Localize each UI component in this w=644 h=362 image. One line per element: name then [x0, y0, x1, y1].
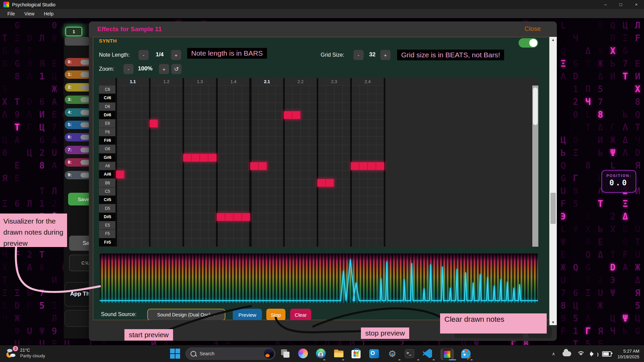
track-pill-5[interactable]: 5: [65, 121, 92, 129]
piano-key-F6[interactable]: F6 [99, 128, 116, 136]
track-knob[interactable] [80, 110, 90, 115]
battery-icon[interactable] [602, 351, 611, 357]
dialog-scrollbar[interactable]: ▲ ▼ [549, 37, 557, 325]
paint-icon[interactable] [461, 349, 472, 359]
piano-key-B6[interactable]: B6 [99, 179, 116, 187]
tray-chevron-icon[interactable]: ∧ [552, 351, 555, 356]
wifi-icon[interactable] [577, 351, 585, 357]
menu-help[interactable]: Help [42, 10, 56, 17]
task-view-icon[interactable] [280, 349, 291, 359]
note-length-minus-button[interactable]: - [139, 50, 149, 60]
grid-size-plus-button[interactable]: + [380, 50, 390, 60]
onedrive-icon[interactable] [562, 351, 571, 356]
track-knob[interactable] [80, 72, 90, 77]
maximize-button[interactable]: □ [613, 0, 629, 9]
track-knob[interactable] [80, 160, 90, 165]
settings-gear-icon[interactable]: ⚙ [387, 349, 397, 359]
edge-icon[interactable] [316, 349, 326, 359]
track-knob[interactable] [80, 85, 90, 90]
track-pill-7[interactable]: 7: [65, 146, 92, 154]
track-pill-6[interactable]: 6: [65, 133, 92, 141]
piano-key-F#5[interactable]: F#5 [99, 238, 116, 247]
save-button[interactable]: Save [68, 193, 91, 205]
zoom-reset-icon[interactable]: ↺ [171, 64, 181, 74]
menu-file[interactable]: File [5, 10, 17, 17]
track-knob[interactable] [80, 173, 90, 178]
zoom-plus-button[interactable]: + [159, 64, 169, 74]
track-knob[interactable] [80, 135, 90, 140]
synth-enable-toggle[interactable] [519, 38, 538, 48]
note-block-D#6[interactable] [284, 111, 301, 119]
piano-key-D5[interactable]: D5 [99, 204, 116, 213]
piano-key-E6[interactable]: E6 [99, 119, 116, 128]
track-knob[interactable] [80, 122, 90, 127]
piano-key-G6[interactable]: G6 [99, 145, 116, 153]
clock[interactable]: 5:27 AM 10/19/2025 [618, 348, 639, 360]
piano-key-A#6[interactable]: A#6 [99, 170, 116, 179]
note-length-plus-button[interactable]: + [171, 50, 181, 60]
scrollbar-thumb[interactable] [550, 193, 556, 224]
piano-key-C#6[interactable]: C#6 [99, 94, 116, 102]
scroll-down-icon[interactable]: ▼ [549, 320, 557, 324]
weather-widget[interactable]: 3 21°C Partly cloudy [5, 347, 45, 359]
track-knob[interactable] [80, 60, 90, 65]
piano-key-D#5[interactable]: D#5 [99, 213, 116, 221]
note-block-A6[interactable] [351, 162, 384, 170]
copilot-icon[interactable] [298, 349, 309, 359]
psychological-studio-taskbar-icon[interactable] [440, 349, 454, 359]
stop-button[interactable]: Stop [266, 309, 285, 321]
vscode-icon[interactable] [423, 349, 433, 359]
settings-button[interactable]: Se [69, 236, 91, 251]
note-block-B6[interactable] [317, 179, 334, 187]
piano-key-C6[interactable]: C6 [99, 85, 116, 94]
minimize-button[interactable]: – [598, 0, 613, 9]
piano-key-E5[interactable]: E5 [99, 221, 116, 230]
scroll-up-icon[interactable]: ▲ [549, 38, 557, 42]
piano-key-C#5[interactable]: C#5 [99, 196, 116, 204]
piano-key-D6[interactable]: D6 [99, 103, 116, 111]
piano-key-C5[interactable]: C5 [99, 187, 116, 196]
track-pill-4[interactable]: 4: [65, 108, 92, 117]
volume-icon[interactable] [590, 351, 597, 357]
sidebar-empty-box[interactable] [65, 310, 89, 327]
track-pill-3[interactable]: 3: [65, 96, 92, 104]
track-pill-8[interactable]: 8: [65, 158, 92, 167]
close-button[interactable]: Close [524, 25, 541, 33]
piano-key-D#6[interactable]: D#6 [99, 111, 116, 119]
track-pill-1[interactable]: 1: [65, 70, 92, 79]
sidebar-gray-button[interactable] [65, 37, 89, 46]
track-knob[interactable] [80, 147, 90, 153]
terminal-icon[interactable]: >_ [405, 349, 415, 359]
track-knob[interactable] [80, 97, 90, 102]
search-box[interactable]: Search [185, 348, 275, 360]
note-block-E6[interactable] [150, 120, 158, 127]
preview-button[interactable]: Preview [233, 309, 262, 321]
piano-key-F#6[interactable]: F#6 [99, 136, 116, 145]
track-pill-2[interactable]: 2: [65, 83, 92, 92]
start-button[interactable] [170, 349, 180, 359]
scrollbar-thumb[interactable] [533, 87, 538, 125]
piano-key-A6[interactable]: A6 [99, 162, 116, 170]
matrix-glyph: G [635, 326, 640, 336]
microsoft-store-icon[interactable] [352, 349, 362, 359]
note-block-A6[interactable] [250, 162, 267, 170]
piano-key-G#6[interactable]: G#6 [99, 154, 116, 162]
piano-roll-scrollbar[interactable] [532, 85, 538, 247]
outlook-icon[interactable]: O [369, 349, 380, 359]
file-explorer-icon[interactable] [334, 349, 344, 359]
note-block-A#6[interactable] [116, 171, 124, 178]
close-window-button[interactable]: × [629, 0, 644, 9]
piano-key-F5[interactable]: F5 [99, 230, 116, 238]
track-pill-9[interactable]: 9: [65, 171, 92, 179]
sample-1-button[interactable]: 1 [65, 27, 82, 36]
zoom-minus-button[interactable]: - [123, 64, 133, 74]
clear-button[interactable]: Clear [290, 309, 311, 321]
note-block-G#6[interactable] [183, 154, 217, 162]
note-block-D#5[interactable] [217, 213, 250, 221]
sound-source-select[interactable]: Sound Design (Dual Osc) ▾ [147, 309, 225, 321]
menu-view[interactable]: View [22, 10, 37, 17]
grid-size-minus-button[interactable]: - [354, 50, 364, 60]
track-pill-0[interactable]: 0: [65, 58, 92, 66]
dialog-header[interactable]: Effects for Sample 11 Close [89, 21, 557, 37]
path-field[interactable]: C:\U [69, 255, 91, 271]
